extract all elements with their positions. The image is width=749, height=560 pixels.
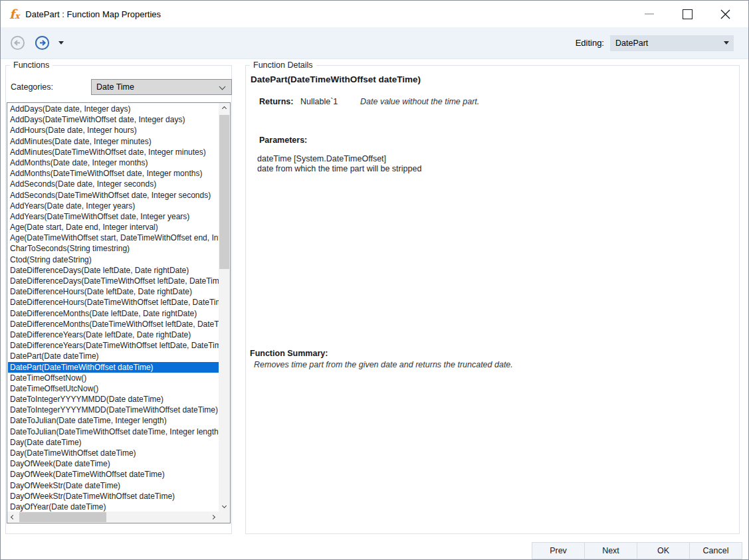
parameters-label: Parameters: — [259, 136, 307, 145]
list-item[interactable]: Day(DateTimeWithOffset dateTime) — [8, 448, 219, 458]
chevron-down-icon — [724, 41, 729, 45]
fx-function-icon: fx — [9, 8, 19, 21]
list-item[interactable]: DateDifferenceYears(DateTimeWithOffset l… — [8, 340, 219, 351]
minimize-icon — [645, 13, 654, 15]
function-summary-label: Function Summary: — [250, 349, 328, 358]
returns-description: Date value without the time part. — [360, 97, 479, 106]
horizontal-scrollbar-thumb[interactable] — [19, 512, 106, 522]
vertical-scrollbar[interactable] — [219, 103, 230, 512]
editing-combobox-value: DatePart — [615, 39, 648, 48]
categories-label: Categories: — [11, 82, 53, 92]
categories-combobox-value: Date Time — [96, 82, 134, 92]
list-item[interactable]: AddSeconds(DateTimeWithOffset date, Inte… — [8, 190, 219, 201]
forward-button[interactable] — [34, 35, 50, 51]
list-item[interactable]: AddMonths(Date date, Integer months) — [8, 157, 219, 168]
chevron-left-icon — [11, 515, 15, 519]
next-button[interactable]: Next — [584, 542, 637, 559]
list-item[interactable]: AddMinutes(Date date, Integer minutes) — [8, 136, 219, 147]
maximize-button[interactable] — [672, 1, 702, 27]
maximize-icon — [683, 9, 693, 19]
horizontal-scrollbar[interactable] — [7, 512, 219, 523]
list-item[interactable]: DateToJulian(Date dateTime, Integer leng… — [8, 415, 219, 426]
list-item[interactable]: AddDays(Date date, Integer days) — [8, 104, 219, 114]
chevron-down-icon — [219, 84, 226, 90]
categories-combobox[interactable]: Date Time — [91, 79, 232, 95]
list-item[interactable]: Ctod(String dateString) — [8, 254, 219, 265]
list-item[interactable]: AddMinutes(DateTimeWithOffset date, Inte… — [8, 147, 219, 157]
editing-combobox[interactable]: DatePart — [610, 35, 734, 51]
list-item[interactable]: Day(Date dateTime) — [8, 437, 219, 448]
list-item[interactable]: DateDifferenceMonths(DateTimeWithOffset … — [8, 319, 219, 329]
function-details-group-label: Function Details — [250, 60, 316, 70]
list-item[interactable]: DayOfWeek(DateTimeWithOffset dateTime) — [8, 469, 219, 480]
list-item[interactable]: AddSeconds(Date date, Integer seconds) — [8, 179, 219, 189]
navigation-toolbar: Editing: DatePart — [1, 27, 748, 59]
minimize-button[interactable] — [634, 1, 665, 27]
scroll-up-button[interactable] — [219, 103, 230, 114]
forward-dropdown-caret-icon[interactable] — [58, 41, 64, 45]
scroll-left-button[interactable] — [7, 512, 19, 523]
parameter-description: date from which the time part will be st… — [257, 164, 421, 173]
list-item[interactable]: DateDifferenceDays(Date leftDate, Date r… — [8, 265, 219, 276]
list-item[interactable]: DateDifferenceHours(DateTimeWithOffset l… — [8, 297, 219, 308]
list-item[interactable]: CharToSeconds(String timestring) — [8, 243, 219, 254]
list-item[interactable]: AddMonths(DateTimeWithOffset date, Integ… — [8, 168, 219, 179]
returns-type: Nullable`1 — [300, 97, 338, 106]
list-item[interactable]: Age(DateTimeWithOffset start, DateTimeWi… — [8, 233, 219, 243]
ok-button[interactable]: OK — [637, 542, 690, 559]
list-item[interactable]: DateToIntegerYYYYMMDD(Date dateTime) — [8, 394, 219, 405]
list-item[interactable]: DateDifferenceHours(Date leftDate, Date … — [8, 286, 219, 297]
list-item[interactable]: DateToJulian(DateTimeWithOffset dateTime… — [8, 426, 219, 437]
functions-groupbox: Functions Categories: Date Time AddDays(… — [5, 65, 232, 534]
list-item[interactable]: DatePart(DateTimeWithOffset dateTime) — [8, 362, 219, 373]
function-summary-text: Removes time part from the given date an… — [254, 360, 513, 369]
back-arrow-icon — [10, 35, 25, 50]
list-item[interactable]: DayOfWeekStr(DateTimeWithOffset dateTime… — [8, 491, 219, 502]
cancel-button[interactable]: Cancel — [689, 542, 742, 559]
close-button[interactable] — [710, 1, 740, 27]
chevron-down-icon — [222, 504, 227, 508]
list-item[interactable]: DateTimeOffsetUtcNow() — [8, 383, 219, 394]
list-item[interactable]: DayOfWeek(Date dateTime) — [8, 458, 219, 469]
function-list: AddDays(Date date, Integer days)AddDays(… — [8, 104, 219, 512]
chevron-right-icon — [211, 515, 215, 519]
list-item[interactable]: Age(Date start, Date end, Integer interv… — [8, 222, 219, 233]
parameter-type: dateTime [System.DateTimeOffset] — [257, 154, 386, 163]
scroll-right-button[interactable] — [207, 512, 219, 523]
function-signature: DatePart(DateTimeWithOffset dateTime) — [251, 74, 421, 84]
list-item[interactable]: DateDifferenceMonths(Date leftDate, Date… — [8, 308, 219, 319]
scroll-down-button[interactable] — [219, 500, 230, 512]
title-bar[interactable]: fx DatePart : Function Map Properties — [1, 1, 748, 27]
prev-button[interactable]: Prev — [532, 542, 585, 559]
list-item[interactable]: DateDifferenceDays(DateTimeWithOffset le… — [8, 276, 219, 286]
footer-buttons: PrevNextOKCancel — [532, 542, 742, 559]
list-item[interactable]: DayOfYear(Date dateTime) — [8, 502, 219, 512]
list-item[interactable]: DayOfWeekStr(Date dateTime) — [8, 480, 219, 491]
window-controls — [634, 1, 740, 27]
function-map-properties-dialog: fx DatePart : Function Map Properties — [0, 0, 749, 560]
list-item[interactable]: AddDays(DateTimeWithOffset date, Integer… — [8, 114, 219, 125]
list-item[interactable]: AddYears(DateTimeWithOffset date, Intege… — [8, 211, 219, 222]
close-icon — [720, 9, 731, 20]
function-details-groupbox: Function Details DatePart(DateTimeWithOf… — [245, 65, 740, 534]
list-item[interactable]: AddHours(Date date, Integer hours) — [8, 125, 219, 136]
functions-group-label: Functions — [10, 60, 53, 70]
back-button[interactable] — [9, 35, 25, 51]
chevron-up-icon — [222, 106, 227, 111]
list-item[interactable]: DateTimeOffsetNow() — [8, 373, 219, 383]
list-item[interactable]: DatePart(Date dateTime) — [8, 351, 219, 361]
scrollbar-corner — [219, 512, 230, 523]
editing-label: Editing: — [576, 38, 604, 48]
list-item[interactable]: AddYears(Date date, Integer years) — [8, 201, 219, 211]
window-title: DatePart : Function Map Properties — [25, 9, 161, 19]
function-listbox: AddDays(Date date, Integer days)AddDays(… — [7, 102, 231, 523]
returns-label: Returns: — [259, 97, 293, 106]
forward-arrow-icon — [35, 35, 50, 50]
list-item[interactable]: DateToIntegerYYYYMMDD(DateTimeWithOffset… — [8, 405, 219, 415]
vertical-scrollbar-thumb[interactable] — [219, 115, 229, 269]
list-item[interactable]: DateDifferenceYears(Date leftDate, Date … — [8, 329, 219, 340]
